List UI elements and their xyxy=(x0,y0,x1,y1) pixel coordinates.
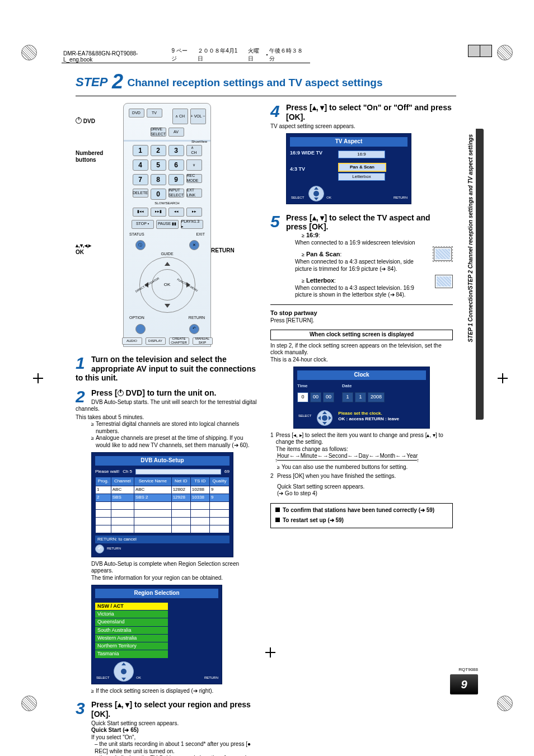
btn-3: 3 xyxy=(168,145,184,156)
btn-play: PLAY/x1.3 ▸ xyxy=(181,220,203,229)
step-2-b2: Analogue channels are preset at the time… xyxy=(96,435,258,449)
btn-return: ↶ xyxy=(189,324,199,334)
clock-s1: Press [◂, ▸] to select the item you want… xyxy=(276,432,453,453)
osd-region: Region Selection NSW / ACT Victoria Quee… xyxy=(91,585,222,684)
step-2-b1: Terrestrial digital channels are stored … xyxy=(96,421,258,435)
step-1-heading: Turn on the television and select the ap… xyxy=(76,355,258,383)
rqt-code: RQT9088 xyxy=(458,667,478,672)
ok-button: OK DIRECT NAVIGATOR FUNCTION MENU xyxy=(152,269,183,300)
table-row: 1ABCABC12802102889 xyxy=(96,486,229,494)
side-tab xyxy=(476,129,484,420)
reg-mark xyxy=(497,45,513,60)
label-dvd: DVD xyxy=(83,118,95,124)
region-item: Tasmania xyxy=(95,650,168,658)
clock-note: If the clock setting screen is displayed… xyxy=(96,688,258,695)
btn-status: ⓘ xyxy=(135,240,146,250)
step-2-body1: DVB Auto-Setup starts. The unit will sea… xyxy=(76,399,258,413)
label-numbered: Numbered buttons xyxy=(76,150,123,164)
page-heading: Channel reception settings and TV aspect… xyxy=(127,77,382,88)
power-icon xyxy=(76,118,82,124)
btn-ch2: ∧CH xyxy=(186,145,202,156)
book-header: DMR-EA78&88GN-RQT9088-L_eng.book 9 ページ ２… xyxy=(62,51,310,63)
region-item: NSW / ACT xyxy=(95,603,168,610)
book-time: 午後６時３８分 xyxy=(268,47,310,63)
btn-0: 0 xyxy=(151,189,166,200)
btn-9: 9 xyxy=(168,174,184,185)
region-item: South Australia xyxy=(95,627,168,634)
step-4-sub: TV aspect setting screen appears. xyxy=(270,123,453,130)
region-item: Queensland xyxy=(95,618,168,626)
btn-mskip: MANUAL SKIP xyxy=(193,337,213,345)
step-2-heading: Press [ DVD] to turn the unit on. xyxy=(76,388,258,398)
table-row xyxy=(96,525,229,533)
opt-pan: Pan & Scan xyxy=(338,163,386,172)
t-lb: When connected to a 4:3 aspect televisio… xyxy=(295,285,453,299)
btn-extlink: EXT LINK xyxy=(186,189,202,198)
square-icon xyxy=(275,518,280,522)
step-2: 2 Press [ DVD] to turn the unit on. DVB … xyxy=(76,388,258,694)
clock-order: Hour←→Minute←→Second←→Day←→Month←→Year xyxy=(277,453,453,460)
opt-169: 16:9 xyxy=(338,151,385,158)
clock-title: Clock xyxy=(297,370,426,380)
region-item: Western Australia xyxy=(95,635,168,642)
quickstart-intro: If you select "On", xyxy=(91,734,258,741)
btn-ff: ▸▸ xyxy=(186,208,202,217)
clock-s: 00 xyxy=(323,392,334,402)
square-icon xyxy=(275,508,280,512)
region-item: Victoria xyxy=(95,611,168,618)
label-exit: EXIT xyxy=(196,232,205,237)
btn-skipl: ▮◂◂ xyxy=(133,208,148,217)
btn-exit: ✕ xyxy=(189,240,199,250)
table-row xyxy=(96,517,229,525)
h-169: 16:9 xyxy=(306,232,318,238)
step-4: 4 Press [▴, ▾] to select "On" or "Off" a… xyxy=(270,103,453,208)
ok-lbl: OK xyxy=(136,676,141,680)
book-day: 火曜日 xyxy=(246,47,266,63)
clock-after1: Quick Start setting screen appears. xyxy=(277,483,453,491)
ch-label: Ch 5 xyxy=(123,469,132,475)
stop-h: To stop partway xyxy=(270,309,317,316)
clock-y: 2008 xyxy=(368,392,385,402)
cancel-msg: RETURN: to cancel xyxy=(95,536,229,543)
btn-display: DISPLAY xyxy=(146,337,166,345)
step-5-heading: Press [▴, ▾] to select the TV aspect and… xyxy=(270,213,453,232)
date-lbl: Date xyxy=(342,383,385,389)
btn-pause: PAUSE ▮▮ xyxy=(156,220,179,229)
osd-dvb-autosetup: DVB Auto-Setup Please wait! Ch 5 69 Prog… xyxy=(91,452,233,557)
step-2-time: The time information for your region can… xyxy=(91,575,258,582)
square-marks xyxy=(469,45,492,57)
power-icon xyxy=(118,390,124,396)
tv-icon xyxy=(435,275,453,288)
nav-pad xyxy=(114,661,133,680)
label-option: OPTION xyxy=(129,316,144,321)
btn-rew: ◂◂ xyxy=(168,208,184,217)
page-title: STEP 2 Channel reception settings and TV… xyxy=(76,70,456,96)
label-arrows: ▴,▾,◂,▸ xyxy=(76,242,123,250)
btn-6: 6 xyxy=(168,159,184,171)
stop-body: Press [RETURN]. xyxy=(270,317,453,325)
clock-box-h: When clock setting screen is displayed xyxy=(270,330,453,340)
letterbox-illus xyxy=(435,275,453,288)
page-marker: 9 ページ xyxy=(170,47,194,63)
clock-m: 00 xyxy=(310,392,321,402)
aspect-wide-lbl: 16:9 WIDE TV xyxy=(290,150,329,156)
remote-label-ShowView: ShowView xyxy=(124,140,210,142)
label-directnav: DIRECT NAVIGATOR xyxy=(134,276,160,293)
h-pan: Pan & Scan xyxy=(306,251,340,257)
left-column: DVD Numbered buttons ▴,▾,◂,▸ OK DVD TV ∧… xyxy=(76,103,258,756)
osd-aspect: TV Aspect 16:9 WIDE TV 4:3 TV 16:9 Pan &… xyxy=(286,133,411,204)
quickstart-title: Quick Start (➔ 65) xyxy=(91,727,258,734)
clock-intro: In step 2, if the clock setting screen a… xyxy=(270,342,453,356)
clock-mo: 1 xyxy=(355,392,366,402)
step-word: STEP xyxy=(76,75,107,89)
aspect-title: TV Aspect xyxy=(290,137,407,147)
btn-dvd-power: DVD xyxy=(129,109,144,118)
step-1: 1 Turn on the television and select the … xyxy=(76,355,258,383)
tv-icon xyxy=(434,247,452,261)
dvb-table: Prog.ChannelService NameNet IDTS IDQuali… xyxy=(95,477,229,533)
remote-illustration: DVD Numbered buttons ▴,▾,◂,▸ OK DVD TV ∧… xyxy=(76,103,258,347)
clock-numbered: You can also use the numbered buttons fo… xyxy=(282,464,453,471)
step-3: 3 Press [▴, ▾] to select your region and… xyxy=(76,700,258,756)
btn-ch3: ∨ xyxy=(186,159,202,171)
label-status: STATUS xyxy=(129,232,144,237)
